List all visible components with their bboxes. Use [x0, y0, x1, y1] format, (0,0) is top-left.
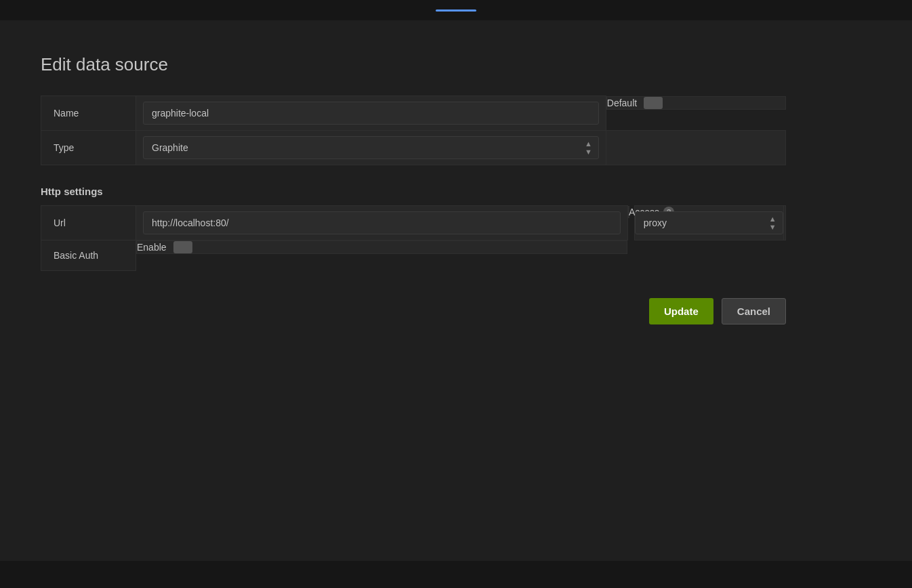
access-select[interactable]: proxy direct — [635, 211, 783, 234]
name-row: Name Default — [41, 96, 786, 131]
access-select-wrapper: proxy direct ▲ ▼ — [635, 211, 783, 234]
cancel-button[interactable]: Cancel — [722, 298, 786, 324]
main-content: Edit data source Name Default Type G — [0, 20, 912, 561]
default-toggle[interactable] — [644, 97, 663, 109]
type-select[interactable]: Graphite InfluxDB Prometheus — [143, 136, 599, 159]
type-empty-cell — [606, 131, 785, 165]
name-label: Name — [41, 96, 136, 131]
basic-auth-label: Basic Auth — [41, 240, 136, 271]
top-bar-indicator — [436, 9, 476, 12]
url-row: Url Access ? proxy direct — [41, 206, 786, 240]
access-empty-cell — [783, 206, 785, 240]
type-select-cell: Graphite InfluxDB Prometheus ▲ ▼ — [136, 131, 606, 165]
update-button[interactable]: Update — [649, 298, 713, 324]
http-settings-table: Url Access ? proxy direct — [41, 205, 786, 271]
url-input-cell — [136, 206, 628, 240]
name-input[interactable] — [143, 102, 599, 125]
access-label-cell: Access ? — [628, 206, 629, 218]
default-cell: Default — [606, 96, 786, 110]
name-input-cell — [136, 96, 606, 131]
default-label: Default — [607, 98, 637, 108]
enable-label: Enable — [137, 242, 167, 253]
basic-auth-toggle[interactable] — [173, 241, 192, 253]
basic-auth-row: Basic Auth Enable — [41, 240, 786, 271]
page-title: Edit data source — [41, 54, 871, 75]
basic-settings-table: Name Default Type Graphite InfluxDB — [41, 96, 786, 165]
url-label: Url — [41, 206, 136, 240]
type-select-wrapper: Graphite InfluxDB Prometheus ▲ ▼ — [143, 136, 599, 159]
type-label: Type — [41, 131, 136, 165]
buttons-row: Update Cancel — [41, 298, 786, 324]
basic-auth-cell: Enable — [136, 240, 627, 254]
url-input[interactable] — [143, 211, 621, 234]
type-row: Type Graphite InfluxDB Prometheus ▲ ▼ — [41, 131, 786, 165]
access-select-cell: proxy direct ▲ ▼ — [634, 206, 783, 240]
http-settings-title: Http settings — [41, 186, 871, 197]
top-bar — [0, 0, 912, 20]
bottom-bar — [0, 561, 912, 588]
